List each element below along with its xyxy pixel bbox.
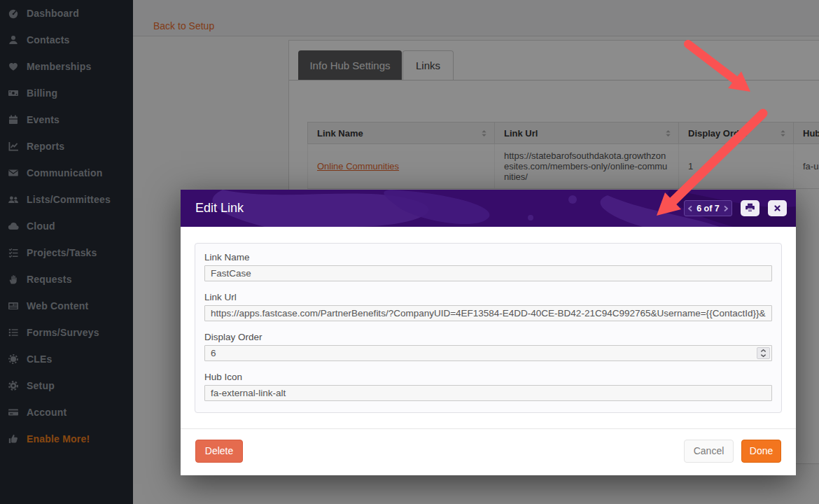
delete-button[interactable]: Delete xyxy=(195,440,243,463)
modal-title: Edit Link xyxy=(195,201,244,216)
link-url-label: Link Url xyxy=(204,292,772,302)
edit-link-form: Link Name Link Url Display Order Hub Ico… xyxy=(195,243,782,413)
display-order-field[interactable] xyxy=(204,345,772,361)
hub-icon-field[interactable] xyxy=(204,385,772,401)
record-pager: 6 of 7 xyxy=(684,200,732,216)
display-order-label: Display Order xyxy=(204,332,772,342)
print-icon xyxy=(745,202,755,215)
pager-prev-icon[interactable] xyxy=(687,205,693,212)
app-window: Dashboard Contacts Memberships Billing E… xyxy=(0,0,819,504)
link-name-field[interactable] xyxy=(204,265,772,281)
edit-link-modal: Edit Link 6 of 7 Link Name Link Url Disp… xyxy=(181,190,796,475)
cancel-button[interactable]: Cancel xyxy=(684,440,734,463)
modal-header: Edit Link 6 of 7 xyxy=(181,190,796,227)
number-stepper[interactable] xyxy=(757,347,770,359)
pager-label: 6 of 7 xyxy=(696,204,720,214)
link-name-label: Link Name xyxy=(204,252,772,262)
modal-footer: Delete Cancel Done xyxy=(181,428,796,475)
pager-next-icon[interactable] xyxy=(723,205,729,212)
close-icon[interactable] xyxy=(768,200,787,216)
link-url-field[interactable] xyxy=(204,305,772,321)
modal-body: Link Name Link Url Display Order Hub Ico… xyxy=(181,227,796,428)
print-button[interactable] xyxy=(741,200,760,216)
done-button[interactable]: Done xyxy=(741,440,781,463)
hub-icon-label: Hub Icon xyxy=(204,372,772,382)
